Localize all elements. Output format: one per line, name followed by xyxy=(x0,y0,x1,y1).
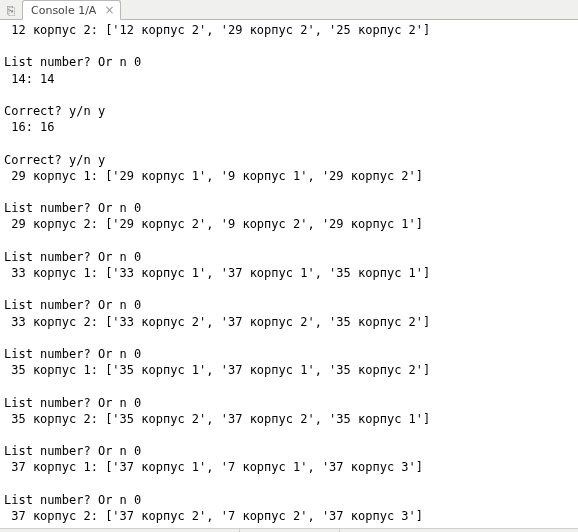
tab-nav-button[interactable]: ⎘ xyxy=(2,1,20,19)
console-output[interactable]: 12 корпус 2: ['12 корпус 2', '29 корпус … xyxy=(0,20,578,528)
tab-nav-icon: ⎘ xyxy=(7,3,15,18)
status-bar xyxy=(0,528,578,532)
tab-bar: ⎘ Console 1/A × xyxy=(0,0,578,20)
tab-label: Console 1/A xyxy=(31,4,96,17)
tab-console[interactable]: Console 1/A × xyxy=(22,0,121,20)
close-icon[interactable]: × xyxy=(104,4,114,16)
console-lines: 12 корпус 2: ['12 корпус 2', '29 корпус … xyxy=(4,22,574,528)
